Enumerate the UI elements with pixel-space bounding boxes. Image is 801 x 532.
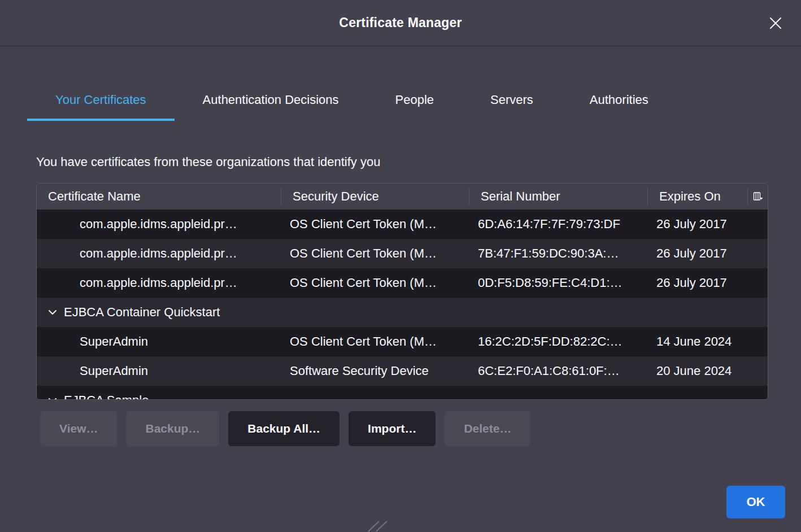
cell-certificate-name: com.apple.idms.appleid.pr… <box>37 246 281 261</box>
column-picker-button[interactable] <box>747 188 768 205</box>
table-row[interactable]: com.apple.idms.appleid.pr… OS Client Cer… <box>37 268 768 298</box>
cell-security-device: Software Security Device <box>281 364 469 378</box>
column-header-expires-on[interactable]: Expires On <box>647 188 747 205</box>
cell-serial-number: 7B:47:F1:59:DC:90:3A:… <box>469 246 647 261</box>
titlebar: Certificate Manager <box>0 0 801 46</box>
tab-authorities[interactable]: Authorities <box>561 84 677 121</box>
tab-authentication-decisions[interactable]: Authentication Decisions <box>175 84 367 121</box>
certificate-manager-dialog: Certificate Manager Your Certificates Au… <box>0 0 801 446</box>
cell-serial-number: 6C:E2:F0:A1:C8:61:0F:… <box>469 364 647 378</box>
cell-expires-on: 26 July 2017 <box>647 246 747 261</box>
cell-expires-on: 26 July 2017 <box>647 276 747 290</box>
view-button[interactable]: View… <box>40 411 117 446</box>
column-header-serial-number[interactable]: Serial Number <box>469 188 647 205</box>
chevron-down-icon <box>48 309 57 315</box>
certificates-table: Certificate Name Security Device Serial … <box>36 183 768 400</box>
close-icon <box>768 16 783 30</box>
cell-expires-on: 20 June 2024 <box>647 364 747 378</box>
tab-your-certificates[interactable]: Your Certificates <box>27 84 175 121</box>
resize-grip[interactable] <box>367 521 397 532</box>
cell-certificate-name: com.apple.idms.appleid.pr… <box>37 276 281 290</box>
tab-bar: Your Certificates Authentication Decisio… <box>27 84 801 121</box>
cell-certificate-name: SuperAdmin <box>37 364 281 378</box>
backup-all-button[interactable]: Backup All… <box>228 411 339 446</box>
cell-serial-number: 16:2C:2D:5F:DD:82:2C:… <box>469 334 647 349</box>
cell-expires-on: 14 June 2024 <box>647 334 747 349</box>
ok-button[interactable]: OK <box>726 486 785 518</box>
tab-servers[interactable]: Servers <box>462 84 561 121</box>
column-header-security-device[interactable]: Security Device <box>281 188 469 205</box>
cell-serial-number: 0D:F5:D8:59:FE:C4:D1:… <box>469 276 647 290</box>
backup-button[interactable]: Backup… <box>126 411 219 446</box>
close-button[interactable] <box>765 12 786 34</box>
cell-security-device: OS Client Cert Token (M… <box>281 217 469 232</box>
group-label: EJBCA Sample <box>64 393 149 400</box>
tab-people[interactable]: People <box>367 84 463 121</box>
import-button[interactable]: Import… <box>349 411 436 446</box>
table-row[interactable]: SuperAdmin Software Security Device 6C:E… <box>37 356 768 386</box>
cell-certificate-name: com.apple.idms.appleid.pr… <box>37 217 281 232</box>
column-picker-icon <box>753 191 763 202</box>
cell-security-device: OS Client Cert Token (M… <box>281 246 469 261</box>
intro-text: You have certificates from these organiz… <box>36 155 801 169</box>
cell-security-device: OS Client Cert Token (M… <box>281 276 469 290</box>
table-body: com.apple.idms.appleid.pr… OS Client Cer… <box>37 210 768 400</box>
group-row[interactable]: EJBCA Sample <box>37 386 768 400</box>
chevron-down-icon <box>48 398 57 400</box>
table-row[interactable]: SuperAdmin OS Client Cert Token (M… 16:2… <box>37 327 768 356</box>
delete-button[interactable]: Delete… <box>445 411 530 446</box>
table-row[interactable]: com.apple.idms.appleid.pr… OS Client Cer… <box>37 210 768 239</box>
group-row[interactable]: EJBCA Container Quickstart <box>37 298 768 327</box>
table-header: Certificate Name Security Device Serial … <box>37 184 768 210</box>
column-header-certificate-name[interactable]: Certificate Name <box>37 188 281 205</box>
cell-security-device: OS Client Cert Token (M… <box>281 334 469 349</box>
dialog-title: Certificate Manager <box>339 15 462 30</box>
group-label: EJBCA Container Quickstart <box>64 305 220 320</box>
action-button-row: View… Backup… Backup All… Import… Delete… <box>40 411 801 446</box>
cell-certificate-name: SuperAdmin <box>37 334 281 349</box>
table-row[interactable]: com.apple.idms.appleid.pr… OS Client Cer… <box>37 239 768 268</box>
cell-serial-number: 6D:A6:14:7F:7F:79:73:DF <box>469 217 647 232</box>
cell-expires-on: 26 July 2017 <box>647 217 747 232</box>
